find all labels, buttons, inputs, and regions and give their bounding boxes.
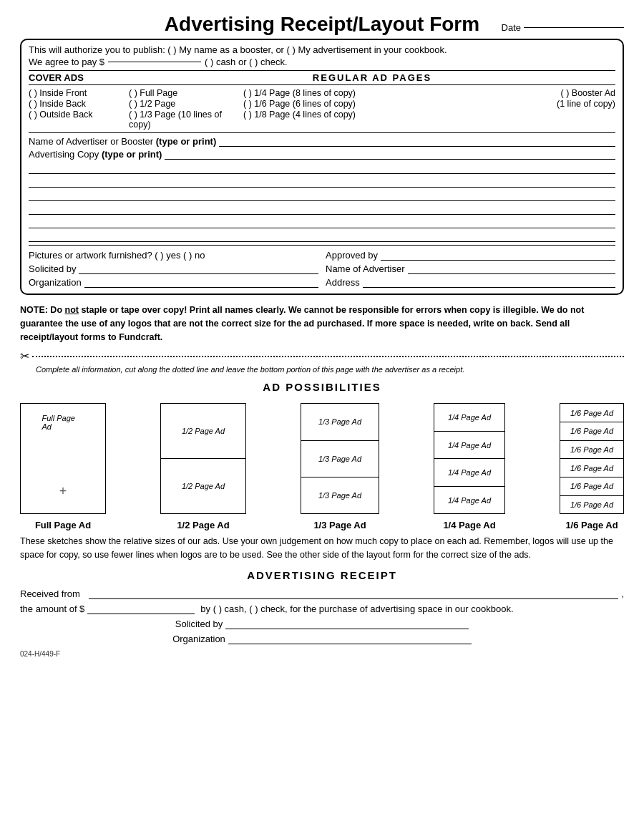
form-code: 024-H/449-F: [20, 650, 624, 658]
advertising-copy-row: Advertising Copy (type or print): [29, 149, 615, 160]
quarter-page-cell-4: 1/4 Page Ad: [434, 487, 504, 514]
date-underline: [524, 27, 624, 28]
half-page-bottom: 1/2 Page Ad: [161, 459, 245, 513]
received-from-underline: [89, 598, 619, 599]
receipt-organization-row: Organization: [20, 634, 624, 644]
copy-line-6: [29, 231, 615, 242]
sixth-page-cell-1: 1/6 Page Ad: [560, 404, 623, 422]
third-page-cell-2: 1/3 Page Ad: [301, 441, 379, 477]
copy-lines: [29, 163, 615, 242]
option-booster-ad: ( ) Booster Ad: [501, 88, 615, 98]
ad-possibilities-title: AD POSSIBILITIES: [20, 381, 624, 393]
sixth-page-cell-2: 1/6 Page Ad: [560, 422, 623, 441]
receipt-organization-label: Organization: [172, 634, 225, 644]
address-field: Address: [326, 277, 615, 288]
sixth-page-container: 1/6 Page Ad 1/6 Page Ad 1/6 Page Ad 1/6 …: [560, 403, 624, 514]
quarter-page-diagram-label: 1/4 Page Ad: [443, 520, 495, 530]
receipt-title: ADVERTISING RECEIPT: [20, 569, 624, 581]
approved-by-field: Approved by: [326, 250, 615, 261]
full-page-diagram-label: Full Page Ad: [35, 520, 91, 530]
sixth-page-cell-5: 1/6 Page Ad: [560, 477, 623, 496]
date-label: Date: [502, 22, 521, 33]
cover-option-inside-front: ( ) Inside Front: [29, 88, 129, 98]
ad-description: These sketches show the relative sizes o…: [20, 535, 624, 562]
third-page-container: 1/3 Page Ad 1/3 Page Ad 1/3 Page Ad: [301, 403, 379, 514]
copy-line-5: [29, 217, 615, 228]
regular-col2: ( ) 1/4 Page (8 lines of copy) ( ) 1/6 P…: [243, 88, 501, 130]
cover-option-outside-back: ( ) Outside Back: [29, 110, 129, 120]
solicited-label: Solicited by: [29, 263, 76, 274]
option-half-page: ( ) 1/2 Page: [129, 99, 243, 109]
name-of-advertiser-label: Name of Advertiser: [326, 263, 405, 274]
dollar-underline: [108, 62, 201, 62]
copy-line-4: [29, 203, 615, 215]
amount-row: the amount of $ by ( ) cash, ( ) check, …: [20, 603, 624, 614]
advertiser-name-underline: [408, 273, 615, 274]
half-page-diagram-label: 1/2 Page Ad: [177, 520, 229, 530]
note-section: NOTE: Do not staple or tape over copy! P…: [20, 301, 624, 346]
quarter-page-cell-2: 1/4 Page Ad: [434, 432, 504, 460]
scissors-icon: ✂: [20, 349, 29, 363]
third-page-cell-1: 1/3 Page Ad: [301, 404, 379, 440]
amount-label: the amount of $: [20, 603, 84, 614]
solicited-by-field: Solicited by: [29, 263, 318, 274]
received-from-label: Received from: [20, 588, 80, 599]
quarter-page-container: 1/4 Page Ad 1/4 Page Ad 1/4 Page Ad 1/4 …: [434, 403, 505, 514]
name-of-advertiser-row: Name of Advertiser or Booster (type or p…: [29, 136, 615, 147]
approved-underline: [381, 260, 615, 261]
approved-label: Approved by: [326, 250, 378, 261]
quarter-page-diagram: 1/4 Page Ad 1/4 Page Ad 1/4 Page Ad 1/4 …: [434, 403, 505, 530]
cover-option-inside-back: ( ) Inside Back: [29, 99, 129, 109]
name-field-underline: [219, 146, 615, 147]
cut-instruction: Complete all information, cut along the …: [36, 365, 624, 374]
receipt-solicited-row: Solicited by: [20, 619, 624, 629]
option-sixth-page: ( ) 1/6 Page (6 lines of copy): [243, 99, 501, 109]
half-page-diagram: 1/2 Page Ad 1/2 Page Ad 1/2 Page Ad: [160, 403, 246, 530]
option-eighth-page: ( ) 1/8 Page (4 lines of copy): [243, 110, 501, 120]
option-booster-copy: (1 line of copy): [501, 99, 615, 109]
cover-ads-label: COVER ADS: [29, 72, 129, 83]
ad-types-header: COVER ADS REGULAR AD PAGES: [29, 70, 615, 85]
dotted-line: [32, 356, 624, 357]
name-of-advertiser-field: Name of Advertiser: [326, 263, 615, 274]
sixth-page-diagram-label: 1/6 Page Ad: [565, 520, 618, 530]
cover-options-col: ( ) Inside Front ( ) Inside Back ( ) Out…: [29, 88, 129, 130]
third-page-cell-3: 1/3 Page Ad: [301, 477, 379, 513]
sixth-page-cell-4: 1/6 Page Ad: [560, 459, 623, 477]
main-form-box: This will authorize you to publish: ( ) …: [20, 39, 624, 295]
organization-underline: [84, 287, 318, 288]
sixth-page-cell-3: 1/6 Page Ad: [560, 441, 623, 460]
solicited-underline: [79, 273, 318, 274]
option-quarter-page: ( ) 1/4 Page (8 lines of copy): [243, 88, 501, 98]
option-third-page: ( ) 1/3 Page (10 lines of copy): [129, 110, 243, 130]
ad-options: ( ) Inside Front ( ) Inside Back ( ) Out…: [29, 88, 615, 130]
pictures-field: Pictures or artwork furnished? ( ) yes (…: [29, 250, 318, 261]
full-page-box: Full Page Ad: [20, 403, 106, 514]
copy-line-2: [29, 176, 615, 188]
receipt-solicited-underline: [225, 629, 469, 629]
third-page-diagram: 1/3 Page Ad 1/3 Page Ad 1/3 Page Ad 1/3 …: [301, 403, 379, 530]
pay-line: We agree to pay $ ( ) cash or ( ) check.: [29, 57, 615, 67]
option-full-page: ( ) Full Page: [129, 88, 243, 98]
receipt-solicited-label: Solicited by: [175, 619, 223, 629]
full-page-diagram: Full Page Ad Full Page Ad: [20, 403, 106, 530]
header: Advertising Receipt/Layout Form Date: [20, 13, 624, 36]
ad-diagrams: Full Page Ad Full Page Ad 1/2 Page Ad 1/…: [20, 403, 624, 530]
half-page-top: 1/2 Page Ad: [161, 404, 245, 459]
third-page-diagram-label: 1/3 Page Ad: [313, 520, 366, 530]
organization-label: Organization: [29, 277, 82, 288]
amount-suffix: by ( ) cash, ( ) check, for the purchase…: [200, 603, 513, 614]
regular-col1: ( ) Full Page ( ) 1/2 Page ( ) 1/3 Page …: [129, 88, 243, 130]
half-page-container: 1/2 Page Ad 1/2 Page Ad: [160, 403, 246, 514]
address-label: Address: [326, 277, 360, 288]
copy-field-underline: [165, 159, 615, 160]
full-page-label: Full Page Ad: [42, 414, 84, 431]
address-underline: [363, 287, 615, 288]
copy-label: Advertising Copy (type or print): [29, 149, 162, 160]
sixth-page-diagram: 1/6 Page Ad 1/6 Page Ad 1/6 Page Ad 1/6 …: [560, 403, 624, 530]
copy-line-1: [29, 163, 615, 174]
date-field: Date: [502, 22, 624, 33]
organization-field: Organization: [29, 277, 318, 288]
quarter-page-cell-1: 1/4 Page Ad: [434, 404, 504, 432]
regular-ads-label: REGULAR AD PAGES: [129, 72, 615, 83]
